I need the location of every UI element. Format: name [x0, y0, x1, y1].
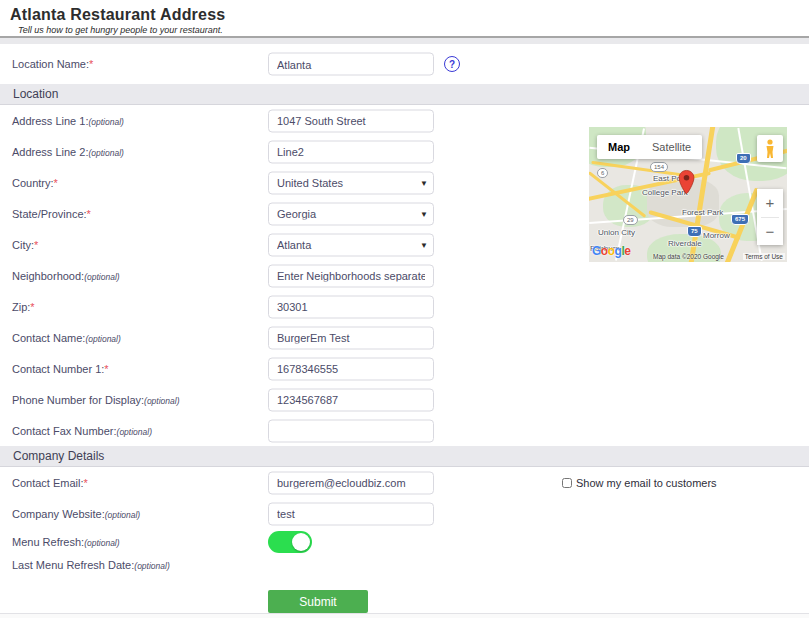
company-section-header: Company Details [0, 446, 809, 467]
contact-name-input[interactable] [268, 326, 434, 349]
google-logo-letter: e [624, 244, 630, 258]
neighborhood-row: Neighborhood:(optional) [0, 260, 809, 291]
neighborhood-input[interactable] [268, 264, 434, 287]
interstate-shield-75: 75 [687, 226, 702, 237]
phone-display-row: Phone Number for Display:(optional) [0, 384, 809, 415]
zoom-out-button[interactable]: − [757, 218, 783, 246]
email-label-text: Contact Email: [12, 477, 84, 489]
last-refresh-row: Last Menu Refresh Date:(optional) [0, 555, 809, 575]
email-label: Contact Email:* [12, 477, 88, 489]
website-label: Company Website:(optional) [12, 508, 140, 520]
route-shield-29: 29 [623, 215, 638, 225]
route-shield-154: 154 [650, 162, 668, 172]
map-label-riverdale: Riverdale [668, 239, 702, 248]
zoom-in-button[interactable]: + [757, 189, 783, 217]
map-zoom-control: + − [757, 189, 783, 245]
interstate-shield-675: 675 [731, 214, 749, 225]
map-label-union-city: Union City [598, 228, 635, 237]
zip-input[interactable] [268, 295, 434, 318]
address2-input[interactable] [268, 140, 434, 163]
country-label: Country:* [12, 177, 58, 189]
city-label-text: City: [12, 239, 34, 251]
google-map[interactable]: East Point College Park Forest Park Unio… [589, 127, 787, 262]
location-name-label: Location Name:* [12, 58, 93, 70]
email-input[interactable] [268, 471, 434, 494]
zip-label-text: Zip: [12, 301, 30, 313]
optional-mark: (optional) [84, 272, 119, 282]
map-view-button[interactable]: Map [597, 135, 641, 159]
location-name-label-text: Location Name: [12, 58, 89, 70]
email-row: Contact Email:* Show my email to custome… [0, 467, 809, 498]
help-icon[interactable]: ? [444, 56, 460, 72]
fax-input[interactable] [268, 419, 434, 442]
fax-label-text: Contact Fax Number: [12, 425, 117, 437]
optional-mark: (optional) [85, 334, 120, 344]
required-mark: * [30, 301, 34, 313]
google-logo-letter: o [601, 244, 608, 258]
contact-number1-row: Contact Number 1:* [0, 353, 809, 384]
state-select[interactable]: Georgia [268, 202, 434, 225]
map-label-morrow: Morrow [703, 231, 730, 240]
address1-input[interactable] [268, 109, 434, 132]
location-name-row: Location Name:* ? [0, 44, 809, 84]
phone-display-input[interactable] [268, 388, 434, 411]
zip-label: Zip:* [12, 301, 35, 313]
pegman-control[interactable] [757, 135, 783, 162]
location-section-header: Location [0, 84, 809, 105]
city-select[interactable]: Atlanta [268, 233, 434, 256]
contact-name-label-text: Contact Name: [12, 332, 85, 344]
google-logo-letter: G [592, 244, 601, 258]
required-mark: * [84, 477, 88, 489]
show-email-checkbox[interactable] [562, 478, 572, 488]
google-logo[interactable]: Google [592, 244, 630, 258]
last-refresh-label-text: Last Menu Refresh Date: [12, 559, 134, 571]
menu-refresh-row: Menu Refresh:(optional) [0, 529, 809, 555]
website-row: Company Website:(optional) [0, 498, 809, 529]
interstate-shield-20: 20 [736, 153, 751, 164]
neighborhood-label-text: Neighborhood: [12, 270, 84, 282]
page-footer [0, 613, 809, 618]
address1-label-text: Address Line 1: [12, 115, 88, 127]
city-label: City:* [12, 239, 38, 251]
contact-number1-label-text: Contact Number 1: [12, 363, 104, 375]
show-email-checkbox-group: Show my email to customers [562, 477, 717, 489]
submit-button[interactable]: Submit [268, 590, 368, 613]
required-mark: * [104, 363, 108, 375]
address1-label: Address Line 1:(optional) [12, 115, 124, 127]
map-type-control: Map Satellite [597, 135, 702, 159]
menu-refresh-toggle[interactable] [268, 531, 312, 553]
required-mark: * [34, 239, 38, 251]
satellite-view-button[interactable]: Satellite [641, 135, 702, 159]
map-terms-link[interactable]: Terms of Use [743, 253, 785, 260]
fax-row: Contact Fax Number:(optional) [0, 415, 809, 446]
contact-name-label: Contact Name:(optional) [12, 332, 121, 344]
route-shield-6: 6 [597, 168, 608, 178]
contact-number1-input[interactable] [268, 357, 434, 380]
optional-mark: (optional) [88, 148, 123, 158]
neighborhood-label: Neighborhood:(optional) [12, 270, 120, 282]
address2-label: Address Line 2:(optional) [12, 146, 124, 158]
map-marker-pin-icon [678, 169, 695, 196]
page-title: Atlanta Restaurant Address [10, 6, 799, 24]
phone-display-label: Phone Number for Display:(optional) [12, 394, 180, 406]
required-mark: * [54, 177, 58, 189]
page-header: Atlanta Restaurant Address Tell us how t… [0, 0, 809, 38]
website-input[interactable] [268, 502, 434, 525]
location-section-title: Location [13, 87, 58, 101]
optional-mark: (optional) [105, 510, 140, 520]
map-attribution: Map data ©2020 Google [653, 253, 724, 260]
state-label: State/Province:* [12, 208, 91, 220]
google-logo-letter: o [608, 244, 615, 258]
toggle-knob [292, 533, 310, 551]
country-select[interactable]: United States [268, 171, 434, 194]
phone-display-label-text: Phone Number for Display: [12, 394, 144, 406]
menu-refresh-label-text: Menu Refresh: [12, 536, 84, 548]
location-name-input[interactable] [268, 53, 434, 76]
company-section-title: Company Details [13, 449, 104, 463]
show-email-label: Show my email to customers [576, 477, 717, 489]
optional-mark: (optional) [88, 117, 123, 127]
contact-name-row: Contact Name:(optional) [0, 322, 809, 353]
page-subtitle: Tell us how to get hungry people to your… [18, 25, 799, 35]
optional-mark: (optional) [134, 561, 169, 571]
state-label-text: State/Province: [12, 208, 87, 220]
